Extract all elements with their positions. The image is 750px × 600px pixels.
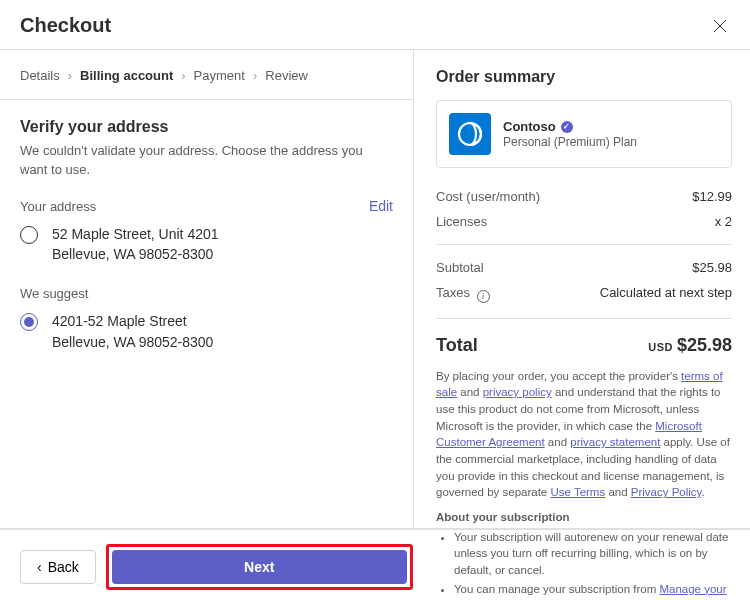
product-plan: Personal (Premium) Plan: [503, 135, 637, 149]
suggested-address-option[interactable]: 4201-52 Maple Street Bellevue, WA 98052-…: [20, 311, 393, 352]
chevron-right-icon: ›: [253, 68, 257, 83]
cost-label: Cost (user/month): [436, 189, 540, 204]
suggested-label: We suggest: [20, 286, 88, 301]
edit-address-link[interactable]: Edit: [369, 198, 393, 214]
total-label: Total: [436, 335, 478, 356]
privacy-policy2-link[interactable]: Privacy Policy: [631, 486, 702, 498]
radio-unselected-icon: [20, 226, 38, 244]
chevron-left-icon: ‹: [37, 559, 42, 575]
crumb-review[interactable]: Review: [265, 68, 308, 83]
privacy-policy-link[interactable]: privacy policy: [483, 386, 552, 398]
product-card: Contoso ✓ Personal (Premium) Plan: [436, 100, 732, 168]
about-bullet-2: You can manage your subscription from Ma…: [454, 581, 732, 600]
breadcrumb: Details › Billing account › Payment › Re…: [0, 50, 413, 100]
close-icon: [713, 19, 727, 33]
next-button-highlight: Next: [106, 544, 413, 590]
taxes-label: Taxes: [436, 285, 470, 300]
crumb-payment[interactable]: Payment: [194, 68, 245, 83]
total-currency: USD: [648, 341, 673, 353]
about-bullet-1: Your subscription will autorenew on your…: [454, 529, 732, 579]
legal-text: By placing your order, you accept the pr…: [436, 368, 732, 601]
chevron-right-icon: ›: [68, 68, 72, 83]
taxes-value: Calculated at next step: [600, 285, 732, 303]
crumb-details[interactable]: Details: [20, 68, 60, 83]
radio-selected-icon: [20, 313, 38, 331]
your-address-option[interactable]: 52 Maple Street, Unit 4201 Bellevue, WA …: [20, 224, 393, 265]
licenses-label: Licenses: [436, 214, 487, 229]
your-address-line1: 52 Maple Street, Unit 4201: [52, 224, 219, 244]
product-logo-icon: [449, 113, 491, 155]
your-address-line2: Bellevue, WA 98052-8300: [52, 244, 219, 264]
verify-subtext: We couldn't validate your address. Choos…: [20, 142, 393, 180]
verify-heading: Verify your address: [20, 118, 393, 136]
total-value: $25.98: [677, 335, 732, 355]
your-address-label: Your address: [20, 199, 96, 214]
crumb-billing-account[interactable]: Billing account: [80, 68, 173, 83]
product-name: Contoso: [503, 119, 556, 134]
chevron-right-icon: ›: [181, 68, 185, 83]
verified-badge-icon: ✓: [561, 121, 573, 133]
close-button[interactable]: [710, 16, 730, 36]
use-terms-link[interactable]: Use Terms: [550, 486, 605, 498]
next-button[interactable]: Next: [112, 550, 407, 584]
cost-value: $12.99: [692, 189, 732, 204]
licenses-value: x 2: [715, 214, 732, 229]
subtotal-value: $25.98: [692, 260, 732, 275]
about-subscription-heading: About your subscription: [436, 509, 732, 526]
subtotal-label: Subtotal: [436, 260, 484, 275]
back-button[interactable]: ‹ Back: [20, 550, 96, 584]
info-icon[interactable]: i: [477, 290, 490, 303]
suggested-line1: 4201-52 Maple Street: [52, 311, 213, 331]
suggested-line2: Bellevue, WA 98052-8300: [52, 332, 213, 352]
order-summary-heading: Order summary: [436, 68, 732, 86]
privacy-statement-link[interactable]: privacy statement: [570, 436, 660, 448]
page-title: Checkout: [20, 14, 111, 37]
